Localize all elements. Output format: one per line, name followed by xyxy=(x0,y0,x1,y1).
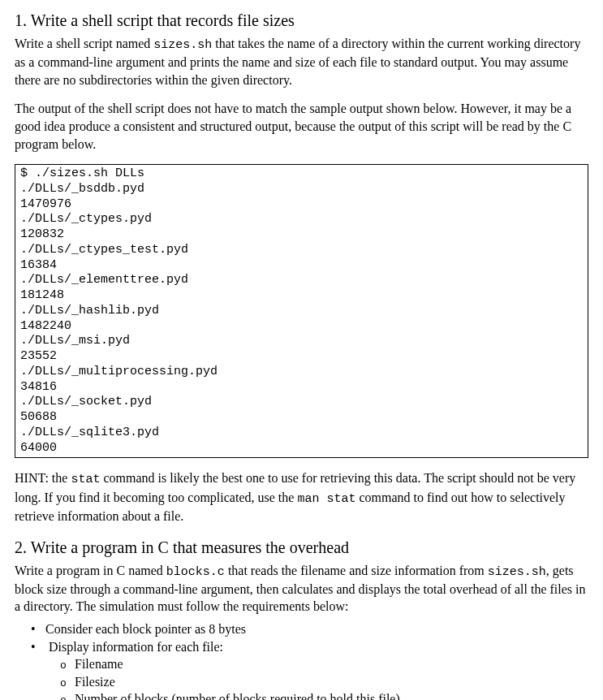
text: HINT: the xyxy=(15,471,71,485)
list-item: Consider each block pointer as 8 bytes xyxy=(45,620,588,638)
list-item: Number of blocks (number of blocks requi… xyxy=(75,690,588,700)
section1-para2: The output of the shell script does not … xyxy=(15,100,588,153)
code-man-stat: man stat xyxy=(297,492,355,506)
list-item: Display information for each file: Filen… xyxy=(45,638,588,700)
section1-heading: 1. Write a shell script that records fil… xyxy=(15,10,588,32)
section1-hint: HINT: the stat command is likely the bes… xyxy=(15,469,588,525)
sub-list: Filename Filesize Number of blocks (numb… xyxy=(45,655,588,700)
code-sizes-sh: sizes.sh xyxy=(153,38,212,52)
section2-para1: Write a program in C named blocks.c that… xyxy=(15,562,588,616)
section2-heading: 2. Write a program in C that measures th… xyxy=(15,537,588,559)
section1-para1: Write a shell script named sizes.sh that… xyxy=(15,35,588,89)
list-item: Filesize xyxy=(75,673,588,691)
text: Write a shell script named xyxy=(15,37,153,50)
code-block-output: $ ./sizes.sh DLLs ./DLLs/_bsddb.pyd 1470… xyxy=(15,164,588,458)
requirements-list: Consider each block pointer as 8 bytes D… xyxy=(15,620,588,700)
code-blocks-c: blocks.c xyxy=(166,565,225,579)
text: Write a program in C named xyxy=(15,564,166,577)
code-sizes-sh-2: sizes.sh xyxy=(488,565,546,579)
code-stat: stat xyxy=(71,473,100,486)
text: Display information for each file: xyxy=(49,640,223,654)
text: that reads the filename and size informa… xyxy=(225,564,488,577)
list-item: Filename xyxy=(75,655,588,673)
